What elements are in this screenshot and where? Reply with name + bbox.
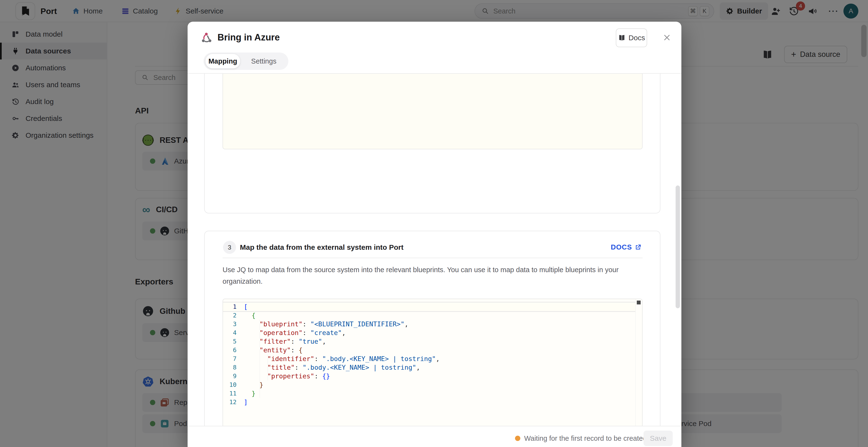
book-icon xyxy=(618,34,626,42)
modal-scroll-content: 3 Map the data from the external system … xyxy=(188,74,681,426)
webhook-icon xyxy=(199,31,214,45)
save-button[interactable]: Save xyxy=(644,431,673,446)
docs-button[interactable]: Docs xyxy=(616,28,647,47)
code-line[interactable]: 11 } xyxy=(223,389,642,398)
code-line[interactable]: 4 "operation": "create", xyxy=(223,329,642,337)
code-line[interactable]: 12] xyxy=(223,398,642,407)
step-description: Use JQ to map data from the source syste… xyxy=(222,264,632,287)
modal-tabs: Mapping Settings xyxy=(204,53,288,70)
code-line[interactable]: 10 } xyxy=(223,381,642,389)
step-heading: Map the data from the external system in… xyxy=(240,243,403,251)
mapping-code-editor[interactable]: 1[2 {3 "blueprint": "<BLUEPRINT_IDENTIFI… xyxy=(222,299,643,426)
tab-label: Mapping xyxy=(208,57,237,65)
code-line[interactable]: 7 "identifier": ".body.<KEY_NAME> | tost… xyxy=(223,354,642,363)
bring-in-azure-modal: Bring in Azure Docs Mapping Settings 3 M… xyxy=(188,22,681,447)
save-button-label: Save xyxy=(650,434,666,442)
step-number-badge: 3 xyxy=(223,241,236,254)
code-line[interactable]: 3 "blueprint": "<BLUEPRINT_IDENTIFIER>", xyxy=(223,320,642,329)
docs-link-label: DOCS xyxy=(611,243,632,251)
modal-footer: Waiting for the first record to be creat… xyxy=(188,426,681,447)
docs-button-label: Docs xyxy=(628,34,645,42)
code-line[interactable]: 9 "properties": {} xyxy=(223,372,642,381)
modal-title: Bring in Azure xyxy=(217,32,280,43)
status-dot xyxy=(515,436,520,441)
code-line[interactable]: 1[ xyxy=(223,303,642,311)
minimap-viewport xyxy=(637,301,641,304)
external-link-icon xyxy=(634,244,642,251)
code-line[interactable]: 6 "entity": { xyxy=(223,346,642,354)
previous-step-card xyxy=(204,74,660,213)
docs-link[interactable]: DOCS xyxy=(611,243,642,251)
code-line[interactable]: 5 "filter": "true", xyxy=(223,337,642,346)
code-line[interactable]: 8 "title": ".body.<KEY_NAME> | tostring"… xyxy=(223,363,642,372)
tab-label: Settings xyxy=(251,57,277,65)
previous-step-editor[interactable] xyxy=(222,74,643,149)
code-line[interactable]: 2 { xyxy=(223,311,642,320)
step-3-card: 3 Map the data from the external system … xyxy=(204,231,660,426)
footer-status-text: Waiting for the first record to be creat… xyxy=(524,435,647,442)
code-lines: 1[2 {3 "blueprint": "<BLUEPRINT_IDENTIFI… xyxy=(223,303,642,407)
tab-settings[interactable]: Settings xyxy=(242,54,285,68)
tab-mapping[interactable]: Mapping xyxy=(206,54,240,68)
editor-minimap[interactable] xyxy=(635,299,642,426)
screen: Port Home Catalog Self-service Search ⌘ … xyxy=(0,0,868,447)
modal-scrollbar[interactable] xyxy=(676,185,680,308)
close-icon[interactable] xyxy=(661,32,672,43)
step-divider xyxy=(222,258,643,258)
